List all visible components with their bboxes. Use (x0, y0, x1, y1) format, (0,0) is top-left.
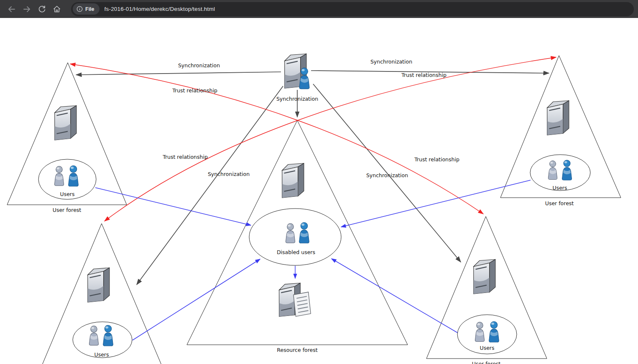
trust-relationship-arrows (70, 57, 556, 221)
users-icon-pair-top-right (548, 160, 572, 180)
label-sync-top-right: Synchronization (370, 59, 412, 65)
users-icon-pair-bottom-right (475, 321, 499, 342)
label-trust-top-right: Trust relationship (401, 72, 447, 78)
server-icon-top-right-forest (547, 101, 569, 135)
forward-button[interactable] (20, 2, 34, 16)
label-sync-mid-left: Synchronization (208, 171, 250, 177)
browser-toolbar: File fs-2016-01/Home/derekc/Desktop/test… (0, 0, 638, 18)
disabled-users-ellipse (249, 209, 341, 265)
users-icon-pair-bottom-left (89, 325, 113, 346)
page-content: Synchronization Trust relationship Synch… (0, 18, 638, 364)
url-bar[interactable]: File fs-2016-01/Home/derekc/Desktop/test… (71, 2, 634, 16)
site-badge-label: File (85, 6, 94, 12)
blue-arrow-from-bottom-right-users (332, 259, 457, 333)
label-sync-center: Synchronization (276, 96, 318, 102)
label-user-forest-top-left: User forest (53, 207, 82, 213)
label-users-top-left: Users (60, 191, 74, 197)
back-button[interactable] (5, 2, 19, 16)
blue-arrow-from-bottom-left-users (133, 259, 260, 340)
users-icon-pair-top-left (54, 165, 78, 186)
reload-button[interactable] (35, 2, 49, 16)
server-icon-resource-forest (282, 163, 304, 198)
trust-curve-to-bottom-left (105, 120, 298, 221)
label-disabled-users: Disabled users (277, 249, 315, 255)
sync-arrow-to-top-left (76, 72, 281, 75)
label-users-bottom-right: Users (480, 345, 494, 351)
reload-icon (37, 5, 46, 14)
label-trust-top-left: Trust relationship (172, 87, 217, 94)
provisioning-arrows (95, 180, 531, 340)
trust-curve-to-bottom-right (298, 120, 483, 214)
label-user-forest-bottom-right: User forest (472, 361, 501, 364)
label-user-forest-top-right: User forest (545, 200, 574, 206)
site-info-badge[interactable]: File (73, 3, 100, 15)
info-icon (77, 6, 83, 12)
label-sync-top-left: Synchronization (178, 62, 220, 69)
server-icon-top-left-forest (55, 106, 77, 140)
label-trust-mid-right: Trust relationship (414, 156, 459, 163)
sync-arrow-to-bottom-left (137, 86, 283, 285)
forest-diagram: Synchronization Trust relationship Synch… (0, 18, 638, 364)
blue-arrow-from-top-left-users (95, 188, 251, 225)
forward-icon (22, 4, 32, 14)
document-icon (293, 292, 311, 316)
disabled-users-icon-pair (286, 222, 309, 243)
home-icon (52, 5, 61, 14)
home-button[interactable] (50, 2, 64, 16)
trust-curve-to-top-right (298, 57, 556, 120)
server-icon-bottom-right-forest (474, 260, 495, 294)
label-resource-forest: Resource forest (277, 347, 317, 353)
url-text: fs-2016-01/Home/derekc/Desktop/test.html (105, 6, 215, 12)
label-trust-mid-left: Trust relationship (162, 154, 208, 160)
blue-arrow-from-top-right-users (341, 180, 531, 227)
label-sync-mid-right: Synchronization (366, 172, 408, 178)
label-users-bottom-left: Users (94, 351, 109, 358)
label-users-top-right: Users (552, 185, 567, 191)
server-icon-bottom-left-forest (88, 268, 110, 302)
back-icon (7, 4, 17, 14)
sync-server-admin-icon (299, 68, 309, 89)
